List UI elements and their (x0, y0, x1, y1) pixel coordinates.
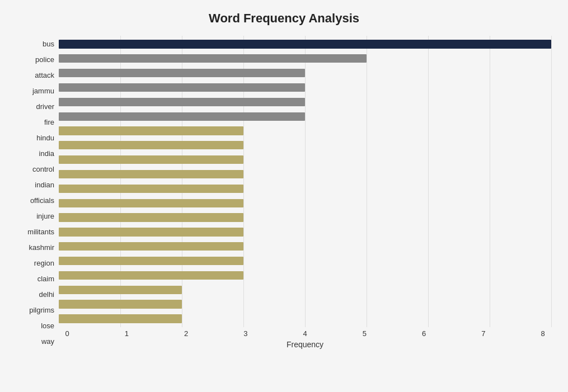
x-tick: 5 (356, 329, 373, 338)
y-label: driver (17, 98, 59, 114)
y-label: injure (17, 209, 59, 224)
y-label: jammu (17, 83, 59, 98)
x-axis: 012345678 Frequency (59, 327, 551, 350)
bar-row (59, 225, 551, 239)
bar-row (59, 297, 551, 311)
bar-row (59, 311, 551, 326)
bar-row (59, 167, 551, 182)
bar (59, 199, 243, 207)
bar (59, 40, 551, 48)
y-label: officials (17, 192, 59, 208)
x-tick: 4 (297, 329, 313, 338)
grid-line (551, 36, 552, 327)
bar-row (59, 268, 551, 283)
bar (59, 228, 243, 236)
bar-row (59, 109, 551, 124)
y-label: way (17, 334, 59, 350)
x-tick: 6 (416, 329, 433, 338)
y-label: militants (17, 224, 59, 240)
bar-row (59, 138, 551, 153)
y-label: kashmir (17, 240, 59, 256)
bar (59, 155, 243, 164)
bar (59, 213, 243, 221)
bars-wrapper (59, 36, 551, 327)
chart-container: Word Frequency Analysis buspoliceattackj… (0, 0, 568, 392)
bar (59, 314, 182, 323)
bar-row (59, 81, 551, 95)
bar (59, 83, 305, 92)
bar (59, 257, 243, 265)
bar-row (59, 37, 551, 51)
y-label: delhi (17, 287, 59, 303)
bar-row (59, 254, 551, 268)
y-label: fire (17, 114, 59, 130)
bar (59, 242, 243, 251)
y-label: control (17, 161, 59, 177)
y-label: pilgrims (17, 303, 59, 318)
bar-row (59, 95, 551, 109)
bar-row (59, 239, 551, 254)
x-axis-label: Frequency (59, 340, 551, 349)
bar (59, 69, 305, 77)
bar (59, 126, 243, 135)
bar (59, 170, 243, 178)
chart-area: buspoliceattackjammudriverfirehinduindia… (17, 36, 551, 350)
bar-row (59, 181, 551, 196)
x-tick: 2 (178, 329, 195, 338)
x-ticks: 012345678 (59, 327, 551, 338)
y-label: police (17, 51, 59, 67)
bar-row (59, 282, 551, 297)
y-label: hindu (17, 130, 59, 145)
bar (59, 286, 182, 294)
x-tick: 1 (118, 329, 135, 338)
y-label: bus (17, 36, 59, 51)
x-tick: 3 (237, 329, 254, 338)
bar (59, 54, 367, 63)
y-label: india (17, 145, 59, 161)
y-axis: buspoliceattackjammudriverfirehinduindia… (17, 36, 59, 350)
bar (59, 141, 243, 149)
bar (59, 271, 243, 280)
bar-row (59, 124, 551, 138)
chart-title: Word Frequency Analysis (17, 11, 551, 26)
bar-row (59, 153, 551, 167)
bar (59, 98, 305, 106)
bar-row (59, 51, 551, 66)
bar (59, 112, 305, 121)
bar (59, 185, 243, 193)
y-label: claim (17, 271, 59, 287)
y-label: lose (17, 318, 59, 334)
bar-row (59, 66, 551, 81)
x-tick: 7 (475, 329, 492, 338)
y-label: region (17, 256, 59, 271)
y-label: indian (17, 177, 59, 192)
bars-inner (59, 36, 551, 327)
bars-and-x: 012345678 Frequency (59, 36, 551, 350)
bar-row (59, 196, 551, 210)
x-tick: 0 (59, 329, 76, 338)
bar-row (59, 210, 551, 225)
y-label: attack (17, 67, 59, 83)
bar (59, 300, 182, 308)
x-tick: 8 (534, 329, 551, 338)
